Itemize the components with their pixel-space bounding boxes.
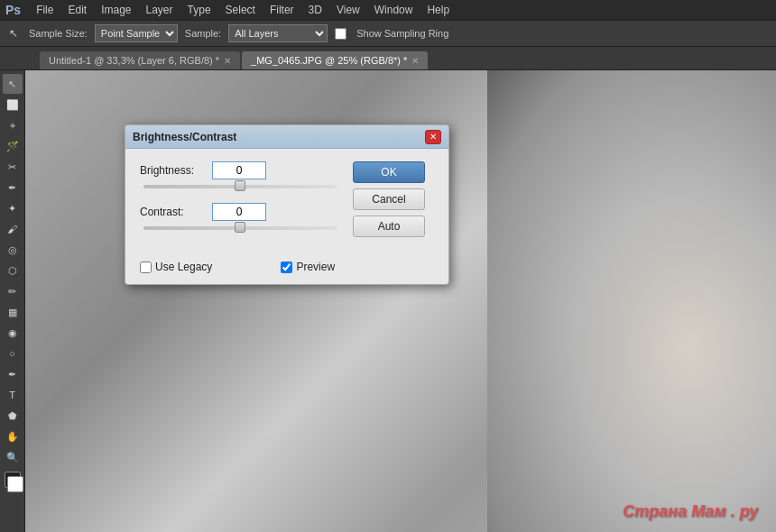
use-legacy-checkbox[interactable] <box>140 261 152 273</box>
dialog-body: Brightness: Contrast: <box>125 149 448 257</box>
tab-mg0465-close[interactable]: ✕ <box>411 56 419 66</box>
menu-view[interactable]: View <box>330 2 366 18</box>
menu-filter[interactable]: Filter <box>263 2 300 18</box>
sample-layers-select[interactable]: All Layers <box>228 24 328 42</box>
photo-child <box>487 70 776 532</box>
contrast-label: Contrast: <box>140 206 212 218</box>
tool-dodge[interactable]: ○ <box>3 344 23 363</box>
tab-untitled-label: Untitled-1 @ 33,3% (Layer 6, RGB/8) * <box>49 55 219 66</box>
current-tool-icon: ↖ <box>5 25 22 41</box>
dialog-footer: Use Legacy Preview <box>125 257 448 284</box>
brightness-label: Brightness: <box>140 164 212 177</box>
sample-size-select[interactable]: Point Sample <box>95 24 178 42</box>
use-legacy-row: Use Legacy <box>140 261 212 273</box>
dialog-titlebar: Brightness/Contrast ✕ <box>125 125 448 149</box>
dialog-buttons: OK Cancel Auto <box>353 161 434 244</box>
sample-label: Sample: <box>185 28 221 39</box>
left-tool-panel: ↖ ⬜ ⌖ 🪄 ✂ ✒ ✦ 🖌 ◎ ⬡ ✏ ▦ ◉ ○ ✒ T ⬟ ✋ 🔍 <box>0 70 25 532</box>
options-toolbar: ↖ Sample Size: Point Sample Sample: All … <box>0 20 776 47</box>
tool-magic-wand[interactable]: 🪄 <box>3 136 23 156</box>
preview-label: Preview <box>296 261 335 273</box>
brightness-slider-container <box>140 185 340 188</box>
tool-eraser[interactable]: ✏ <box>3 281 23 301</box>
dialog-controls: Brightness: Contrast: <box>140 161 340 244</box>
tool-brush[interactable]: 🖌 <box>3 219 23 239</box>
tab-untitled[interactable]: Untitled-1 @ 33,3% (Layer 6, RGB/8) * ✕ <box>40 51 240 69</box>
brightness-slider-track[interactable] <box>143 185 337 188</box>
contrast-slider-thumb[interactable] <box>235 222 245 233</box>
tool-eyedropper[interactable]: ✒ <box>3 178 23 197</box>
auto-button[interactable]: Auto <box>353 216 425 237</box>
tool-history-brush[interactable]: ⬡ <box>3 261 23 280</box>
tool-spot-heal[interactable]: ✦ <box>3 198 23 218</box>
canvas-area: Brightness/Contrast ✕ Brightness: <box>25 70 776 532</box>
document-tabs: Untitled-1 @ 33,3% (Layer 6, RGB/8) * ✕ … <box>0 47 776 70</box>
menu-select[interactable]: Select <box>219 2 262 18</box>
contrast-slider-container <box>140 226 340 230</box>
tab-untitled-close[interactable]: ✕ <box>224 56 231 66</box>
preview-checkbox[interactable] <box>281 261 292 273</box>
tool-marquee[interactable]: ⬜ <box>3 95 23 115</box>
tool-blur[interactable]: ◉ <box>3 323 23 343</box>
tool-text[interactable]: T <box>3 385 23 405</box>
show-sampling-ring-label: Show Sampling Ring <box>356 28 448 39</box>
brightness-input[interactable] <box>212 161 266 179</box>
brightness-contrast-dialog: Brightness/Contrast ✕ Brightness: <box>125 124 449 285</box>
menu-edit[interactable]: Edit <box>61 2 93 18</box>
menu-image[interactable]: Image <box>95 2 137 18</box>
tool-lasso[interactable]: ⌖ <box>3 115 23 135</box>
dialog-close-button[interactable]: ✕ <box>425 130 441 144</box>
contrast-slider-track[interactable] <box>143 226 337 230</box>
tool-hand[interactable]: ✋ <box>3 427 23 446</box>
contrast-row: Contrast: <box>140 203 340 221</box>
ok-button[interactable]: OK <box>353 161 425 183</box>
tool-background-color[interactable] <box>7 476 23 492</box>
cancel-button[interactable]: Cancel <box>353 188 425 210</box>
menu-layer[interactable]: Layer <box>140 2 180 18</box>
tab-mg0465-label: _MG_0465.JPG @ 25% (RGB/8*) * <box>251 55 407 66</box>
menu-type[interactable]: Type <box>181 2 217 18</box>
sample-size-label: Sample Size: <box>29 28 88 39</box>
app-logo: Ps <box>5 3 21 17</box>
main-area: ↖ ⬜ ⌖ 🪄 ✂ ✒ ✦ 🖌 ◎ ⬡ ✏ ▦ ◉ ○ ✒ T ⬟ ✋ 🔍 Br… <box>0 70 776 532</box>
brightness-row: Brightness: <box>140 161 340 179</box>
menu-bar: Ps File Edit Image Layer Type Select Fil… <box>0 0 776 20</box>
tool-gradient[interactable]: ▦ <box>3 302 23 322</box>
preview-row: Preview <box>281 261 335 273</box>
show-sampling-ring-checkbox[interactable] <box>335 28 346 40</box>
tool-crop[interactable]: ✂ <box>3 157 23 177</box>
dialog-title: Brightness/Contrast <box>133 131 236 143</box>
tool-shape[interactable]: ⬟ <box>3 406 23 426</box>
menu-file[interactable]: File <box>30 2 60 18</box>
tool-move[interactable]: ↖ <box>3 74 23 94</box>
menu-help[interactable]: Help <box>420 2 456 18</box>
tool-clone[interactable]: ◎ <box>3 240 23 260</box>
brightness-slider-thumb[interactable] <box>235 180 245 191</box>
tab-mg0465[interactable]: _MG_0465.JPG @ 25% (RGB/8*) * ✕ <box>242 51 428 69</box>
use-legacy-label: Use Legacy <box>155 261 212 273</box>
tool-pen[interactable]: ✒ <box>3 364 23 384</box>
menu-3d[interactable]: 3D <box>302 2 328 18</box>
tool-zoom[interactable]: 🔍 <box>3 447 23 467</box>
menu-window[interactable]: Window <box>368 2 420 18</box>
contrast-input[interactable] <box>212 203 266 221</box>
